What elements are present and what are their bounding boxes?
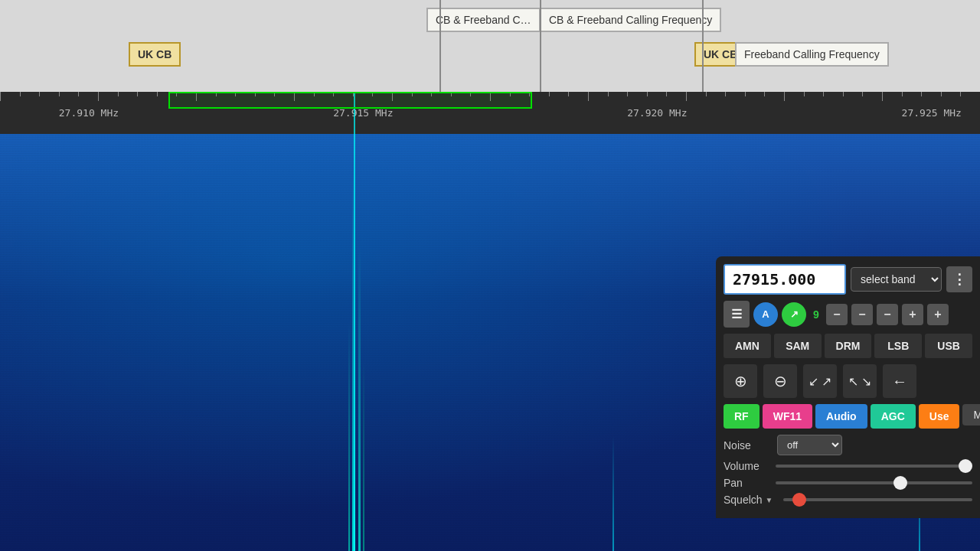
audio-button[interactable]: Audio <box>815 404 867 429</box>
pan-thumb[interactable] <box>893 476 907 490</box>
freq-tick <box>118 92 119 96</box>
freq-tick <box>921 92 922 96</box>
mode-lsb-button[interactable]: LSB <box>874 334 922 358</box>
freq-tick <box>804 92 805 96</box>
noise-select[interactable]: off low medium high <box>777 435 842 455</box>
mode-sam-button[interactable]: SAM <box>774 334 822 358</box>
banner-annotation-uk-cb-left: UK CB <box>129 42 181 67</box>
shrink-left-button[interactable]: ↙ ↗ <box>803 364 837 398</box>
volume-label: Volume <box>724 460 769 472</box>
use-button[interactable]: Use <box>919 404 960 429</box>
signal-spike <box>612 436 614 551</box>
freq-tick <box>431 92 432 96</box>
freq-tick <box>392 92 393 101</box>
hamburger-menu-button[interactable]: ☰ <box>724 301 750 328</box>
freq-tick <box>549 92 550 96</box>
mode-drm-button[interactable]: DRM <box>825 334 872 358</box>
freq-tick <box>764 92 765 96</box>
freq-tick <box>510 92 511 96</box>
squelch-thumb[interactable] <box>792 493 806 507</box>
frequency-banner: UK CBCB & Freeband C…CB & Freeband Calli… <box>0 0 980 92</box>
freq-tick <box>451 92 452 96</box>
frequency-scale-bar: 27.910 MHz27.915 MHz27.920 MHz27.925 MHz <box>0 92 980 134</box>
freq-tick <box>255 92 256 96</box>
freq-tick <box>725 92 726 96</box>
freq-tick <box>39 92 40 96</box>
squelch-label-container: Squelch ▼ <box>724 494 777 506</box>
back-button[interactable]: ← <box>883 364 916 398</box>
freq-tick <box>902 92 903 96</box>
banner-annotation-cb-freeband-top1: CB & Freeband C… <box>426 8 541 32</box>
freq-tick <box>412 92 413 96</box>
freq-tick <box>176 92 177 96</box>
minus-button-1[interactable]: − <box>826 304 848 325</box>
freq-tick <box>157 92 158 96</box>
freq-tick <box>627 92 628 96</box>
signal-spike <box>358 245 361 551</box>
freq-tick <box>490 92 491 101</box>
squelch-track[interactable] <box>783 498 972 501</box>
freq-tick <box>784 92 785 101</box>
freq-tick <box>372 92 373 96</box>
pan-label: Pan <box>724 477 769 489</box>
zoom-buttons-row: ⊕ ⊖ ↙ ↗ ↖ ↘ ← <box>724 364 972 398</box>
minus-button-3[interactable]: − <box>877 304 898 325</box>
action-buttons-row: RF WF11 Audio AGC Use More <box>724 404 972 429</box>
freq-tick <box>608 92 609 96</box>
rf-button[interactable]: RF <box>724 404 760 429</box>
band-select-dropdown[interactable]: select band <box>851 267 942 292</box>
sliders-section: Noise off low medium high Volume Pan <box>724 435 972 506</box>
freq-tick <box>470 92 471 96</box>
mode-usb-button[interactable]: USB <box>925 334 972 358</box>
volume-track[interactable] <box>776 465 972 468</box>
mode-amn-button[interactable]: AMN <box>724 334 771 358</box>
plus-button-1[interactable]: + <box>902 304 923 325</box>
frequency-input[interactable] <box>724 264 846 295</box>
agc-button[interactable]: AGC <box>871 404 916 429</box>
freq-tick <box>745 92 746 96</box>
a-button[interactable]: A <box>753 302 778 327</box>
freq-tick <box>274 92 275 96</box>
freq-tick <box>314 92 315 96</box>
pan-track[interactable] <box>776 481 972 484</box>
minus-button-2[interactable]: − <box>851 304 873 325</box>
plus-button-2[interactable]: + <box>927 304 949 325</box>
extra-btn[interactable]: ⋮ <box>946 266 972 292</box>
signal-spike <box>348 321 350 551</box>
freq-tick <box>59 92 60 96</box>
freq-tick <box>137 92 138 96</box>
banner-annotation-cb-freeband-top2: CB & Freeband Calling Frequency <box>540 8 721 32</box>
freq-label: 27.915 MHz <box>333 107 393 119</box>
control-row-2: ☰ A ↗ 9 − − − + + <box>724 301 972 328</box>
freq-tick <box>20 92 21 96</box>
freq-tick <box>647 92 648 96</box>
freq-tick <box>941 92 942 96</box>
freq-tick <box>353 92 354 96</box>
squelch-dropdown-arrow[interactable]: ▼ <box>766 496 773 504</box>
noise-row: Noise off low medium high <box>724 435 972 455</box>
freq-tick <box>882 92 883 101</box>
freq-tick <box>196 92 197 101</box>
expand-right-button[interactable]: ↖ ↘ <box>843 364 877 398</box>
number-badge: 9 <box>810 308 822 321</box>
green-arrow-button[interactable]: ↗ <box>782 302 806 327</box>
mode-buttons-row: AMN SAM DRM LSB USB <box>724 334 972 358</box>
more-button[interactable]: More <box>962 404 980 425</box>
control-panel: select band ⋮ ☰ A ↗ 9 − − − + + AMN SAM … <box>716 256 980 518</box>
zoom-out-button[interactable]: ⊖ <box>763 364 797 398</box>
zoom-in-button[interactable]: ⊕ <box>724 364 757 398</box>
signal-spike <box>352 168 355 551</box>
freq-tick <box>235 92 236 96</box>
freq-tick <box>823 92 824 96</box>
volume-thumb[interactable] <box>959 459 972 473</box>
pan-row: Pan <box>724 477 972 489</box>
freq-tick <box>98 92 99 101</box>
freq-tick <box>0 92 1 101</box>
signal-spike <box>363 360 364 551</box>
freq-tick <box>706 92 707 96</box>
squelch-label: Squelch <box>724 494 763 506</box>
freq-tick <box>686 92 687 101</box>
banner-divider-line <box>540 0 541 92</box>
wf11-button[interactable]: WF11 <box>763 404 812 429</box>
freq-tick <box>862 92 863 96</box>
